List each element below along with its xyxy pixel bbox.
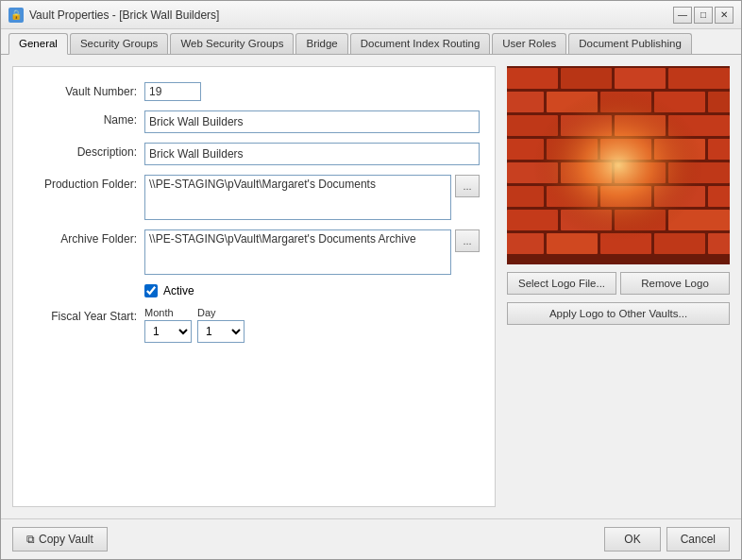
svg-rect-36 (708, 233, 730, 254)
maximize-button[interactable]: □ (694, 7, 713, 24)
title-bar-left: 🔒 Vault Properties - [Brick Wall Builder… (8, 8, 219, 23)
vault-number-input[interactable] (144, 82, 201, 101)
right-panel: Select Logo File... Remove Logo Apply Lo… (507, 66, 730, 507)
tab-user-roles[interactable]: User Roles (492, 33, 566, 54)
svg-rect-28 (507, 210, 558, 230)
archive-folder-row: Archive Folder: \\PE-STAGING\pVault\Marg… (28, 229, 480, 275)
remove-logo-button[interactable]: Remove Logo (620, 272, 730, 295)
cancel-button[interactable]: Cancel (666, 527, 730, 552)
title-bar: 🔒 Vault Properties - [Brick Wall Builder… (1, 1, 741, 29)
archive-folder-label: Archive Folder: (28, 229, 137, 246)
fiscal-year-label: Fiscal Year Start: (28, 307, 137, 323)
left-panel: Vault Number: Name: Description: Product… (12, 66, 496, 507)
vault-number-row: Vault Number: (28, 82, 480, 101)
copy-icon: ⧉ (26, 533, 35, 546)
active-checkbox[interactable] (144, 284, 158, 297)
brick-wall-image (507, 66, 730, 264)
apply-logo-button[interactable]: Apply Logo to Other Vaults... (507, 302, 730, 325)
logo-display (507, 66, 730, 264)
svg-rect-9 (708, 92, 730, 112)
active-label[interactable]: Active (163, 284, 194, 297)
tab-document-publishing[interactable]: Document Publishing (568, 33, 692, 54)
svg-rect-35 (654, 233, 705, 254)
tab-document-index-routing[interactable]: Document Index Routing (350, 33, 491, 54)
logo-buttons-row: Select Logo File... Remove Logo (507, 272, 730, 295)
day-group: Day 1 2 3 4 5 (197, 307, 245, 343)
tab-security-groups[interactable]: Security Groups (70, 33, 168, 54)
day-select[interactable]: 1 2 3 4 5 (197, 320, 245, 343)
tab-bridge[interactable]: Bridge (295, 33, 347, 54)
month-select[interactable]: 1 2 3 4 5 6 7 8 9 10 11 12 (144, 320, 192, 343)
title-buttons: — □ ✕ (673, 7, 734, 24)
archive-folder-wrap: \\PE-STAGING\pVault\Margaret's Documents… (144, 229, 480, 275)
tab-general[interactable]: General (8, 33, 68, 55)
window-icon: 🔒 (8, 8, 24, 23)
svg-rect-5 (507, 92, 544, 112)
name-label: Name: (28, 110, 137, 127)
window-title: Vault Properties - [Brick Wall Builders] (29, 8, 219, 22)
svg-rect-18 (708, 139, 730, 160)
copy-vault-button[interactable]: ⧉ Copy Vault (12, 527, 108, 552)
copy-vault-label: Copy Vault (39, 533, 93, 546)
footer-left: ⧉ Copy Vault (12, 527, 108, 552)
vault-number-label: Vault Number: (28, 82, 137, 98)
tab-web-security-groups[interactable]: Web Security Groups (170, 33, 294, 54)
main-content: Vault Number: Name: Description: Product… (1, 55, 741, 518)
footer: ⧉ Copy Vault OK Cancel (1, 518, 741, 559)
svg-rect-27 (708, 186, 730, 207)
archive-folder-browse-button[interactable]: ... (455, 229, 480, 252)
minimize-button[interactable]: — (673, 7, 692, 24)
svg-rect-2 (561, 68, 612, 89)
month-group: Month 1 2 3 4 5 6 7 8 9 10 11 (144, 307, 192, 343)
description-row: Description: (28, 143, 480, 165)
production-folder-input[interactable]: \\PE-STAGING\pVault\Margaret's Documents (144, 175, 451, 220)
description-label: Description: (28, 143, 137, 159)
svg-rect-1 (507, 68, 558, 89)
tabs-bar: General Security Groups Web Security Gro… (1, 29, 741, 55)
production-folder-label: Production Folder: (28, 175, 137, 191)
ok-button[interactable]: OK (604, 527, 660, 552)
fiscal-year-row: Fiscal Year Start: Month 1 2 3 4 5 6 7 8 (28, 307, 480, 343)
description-input[interactable] (144, 143, 480, 165)
name-row: Name: (28, 110, 480, 133)
svg-rect-4 (668, 68, 730, 89)
production-folder-wrap: \\PE-STAGING\pVault\Margaret's Documents… (144, 175, 480, 220)
svg-rect-3 (615, 68, 666, 89)
day-label: Day (197, 307, 245, 318)
production-folder-browse-button[interactable]: ... (455, 175, 480, 197)
close-button[interactable]: ✕ (715, 7, 734, 24)
select-logo-button[interactable]: Select Logo File... (507, 272, 616, 295)
svg-rect-32 (507, 233, 544, 254)
production-folder-row: Production Folder: \\PE-STAGING\pVault\M… (28, 175, 480, 220)
svg-point-37 (533, 90, 703, 241)
name-input[interactable] (144, 110, 480, 133)
fiscal-selects: Month 1 2 3 4 5 6 7 8 9 10 11 (144, 307, 245, 343)
main-window: 🔒 Vault Properties - [Brick Wall Builder… (0, 0, 742, 560)
active-row: Active (28, 284, 480, 297)
archive-folder-input[interactable]: \\PE-STAGING\pVault\Margaret's Documents… (144, 229, 451, 275)
month-label: Month (144, 307, 192, 318)
footer-right: OK Cancel (604, 527, 730, 552)
